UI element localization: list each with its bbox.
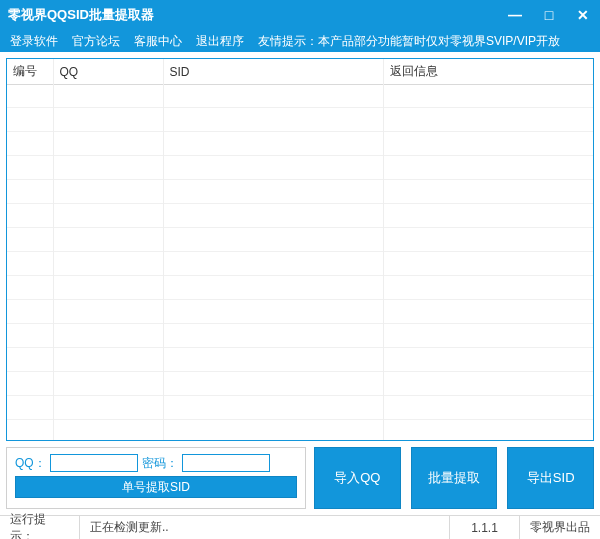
close-button[interactable]: ✕	[566, 0, 600, 30]
menu-support[interactable]: 客服中心	[130, 31, 186, 52]
table-header-row: 编号 QQ SID 返回信息	[7, 59, 593, 85]
menu-login[interactable]: 登录软件	[6, 31, 62, 52]
col-qq[interactable]: QQ	[53, 59, 163, 85]
minimize-button[interactable]: —	[498, 0, 532, 30]
menu-exit[interactable]: 退出程序	[192, 31, 248, 52]
export-sid-button[interactable]: 导出SID	[507, 447, 594, 509]
table-body[interactable]	[7, 84, 593, 440]
single-extract-panel: QQ： 密码： 单号提取SID	[6, 447, 306, 509]
col-idx[interactable]: 编号	[7, 59, 53, 85]
menubar: 登录软件 官方论坛 客服中心 退出程序 友情提示：本产品部分功能暂时仅对零视界S…	[0, 30, 600, 52]
statusbar: 运行提示： 正在检测更新.. 1.1.1 零视界出品	[0, 515, 600, 539]
status-version: 1.1.1	[450, 516, 520, 539]
titlebar: 零视界QQSID批量提取器 — □ ✕	[0, 0, 600, 30]
status-message: 正在检测更新..	[80, 516, 450, 539]
batch-extract-button[interactable]: 批量提取	[411, 447, 498, 509]
maximize-button[interactable]: □	[532, 0, 566, 30]
data-table[interactable]: 编号 QQ SID 返回信息	[6, 58, 594, 441]
menu-hint: 友情提示：本产品部分功能暂时仅对零视界SVIP/VIP开放	[254, 33, 560, 50]
status-brand: 零视界出品	[520, 516, 600, 539]
menu-forum[interactable]: 官方论坛	[68, 31, 124, 52]
pwd-label: 密码：	[142, 455, 178, 472]
col-sid[interactable]: SID	[163, 59, 383, 85]
qq-label: QQ：	[15, 455, 46, 472]
status-run-hint: 运行提示：	[0, 516, 80, 539]
qq-input[interactable]	[50, 454, 138, 472]
import-qq-button[interactable]: 导入QQ	[314, 447, 401, 509]
app-title: 零视界QQSID批量提取器	[8, 6, 154, 24]
col-ret[interactable]: 返回信息	[383, 59, 593, 85]
single-extract-button[interactable]: 单号提取SID	[15, 476, 297, 498]
password-input[interactable]	[182, 454, 270, 472]
